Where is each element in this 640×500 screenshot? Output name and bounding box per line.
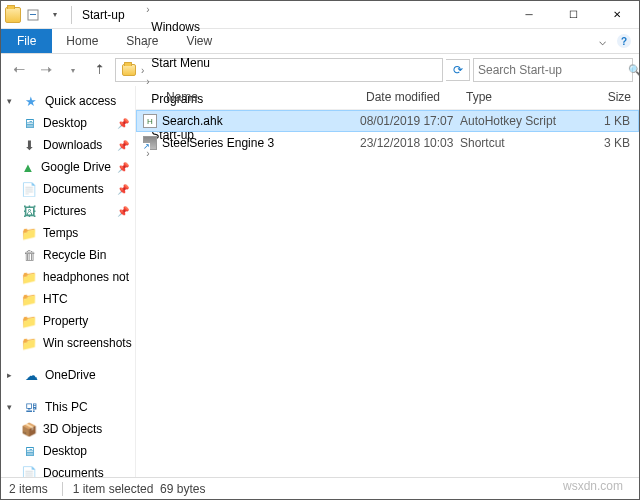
- status-item-count: 2 items: [9, 482, 48, 496]
- column-headers: Name Date modified Type Size: [136, 86, 639, 110]
- file-name: Search.ahk: [162, 114, 360, 128]
- folder-icon: 📄: [21, 181, 37, 197]
- sidebar-item[interactable]: 🖥Desktop📌: [1, 112, 135, 134]
- folder-icon: ▲: [21, 159, 35, 175]
- ribbon-home-tab[interactable]: Home: [52, 29, 112, 53]
- folder-icon: 📦: [21, 421, 37, 437]
- status-bar: 2 items 1 item selected 69 bytes: [1, 477, 639, 499]
- sidebar-item[interactable]: 📁Property: [1, 310, 135, 332]
- app-icon[interactable]: [5, 7, 21, 23]
- folder-icon: 🖼: [21, 203, 37, 219]
- help-icon[interactable]: ?: [617, 34, 631, 48]
- column-type[interactable]: Type: [460, 86, 578, 109]
- breadcrumb-icon: [122, 64, 136, 76]
- sidebar-quick-access[interactable]: ▾★Quick access: [1, 90, 135, 112]
- close-button[interactable]: ✕: [595, 1, 639, 29]
- sidebar-item[interactable]: ▲Google Drive📌: [1, 156, 135, 178]
- qat-dropdown-icon[interactable]: ▾: [45, 5, 65, 25]
- ribbon-file-tab[interactable]: File: [1, 29, 52, 53]
- search-input[interactable]: [478, 63, 628, 77]
- pin-icon: 📌: [117, 162, 129, 173]
- maximize-button[interactable]: ☐: [551, 1, 595, 29]
- star-icon: ★: [23, 93, 39, 109]
- chevron-down-icon[interactable]: ▾: [7, 96, 17, 106]
- pin-icon: 📌: [117, 118, 129, 129]
- breadcrumb-item[interactable]: Microsoft: [145, 0, 216, 2]
- column-size[interactable]: Size: [578, 86, 638, 109]
- folder-icon: 📁: [21, 335, 37, 351]
- pin-icon: 📌: [117, 184, 129, 195]
- pin-icon: 📌: [117, 206, 129, 217]
- quick-access-toolbar: ▾ Start-up: [1, 5, 129, 25]
- minimize-button[interactable]: ─: [507, 1, 551, 29]
- sidebar-item[interactable]: 🖥Desktop: [1, 440, 135, 462]
- address-bar: 🠐 🠒 ▾ 🠑 › Microsoft›Windows›Start Menu›P…: [1, 54, 639, 86]
- folder-icon: 📁: [21, 269, 37, 285]
- column-name[interactable]: Name: [160, 86, 360, 109]
- search-box[interactable]: 🔍: [473, 58, 633, 82]
- pc-icon: 🖳: [23, 399, 39, 415]
- sidebar-item[interactable]: 📁headphones not: [1, 266, 135, 288]
- sidebar-item[interactable]: 📁Win screenshots: [1, 332, 135, 354]
- sidebar-item[interactable]: 📄Documents: [1, 462, 135, 478]
- breadcrumb-item[interactable]: Windows: [145, 16, 216, 38]
- nav-up-button[interactable]: 🠑: [88, 58, 112, 82]
- folder-icon: 🖥: [21, 443, 37, 459]
- folder-icon: ⬇: [21, 137, 37, 153]
- folder-icon: 📁: [21, 225, 37, 241]
- separator: [71, 6, 72, 24]
- file-date: 23/12/2018 10:03: [360, 136, 460, 150]
- folder-icon: 📁: [21, 291, 37, 307]
- breadcrumb[interactable]: › Microsoft›Windows›Start Menu›Programs›…: [115, 58, 443, 82]
- folder-icon: 🖥: [21, 115, 37, 131]
- navigation-pane[interactable]: ▾★Quick access 🖥Desktop📌⬇Downloads📌▲Goog…: [1, 86, 135, 478]
- qat-properties-button[interactable]: [23, 5, 43, 25]
- window-title: Start-up: [82, 8, 125, 22]
- nav-back-button[interactable]: 🠐: [7, 58, 31, 82]
- chevron-down-icon[interactable]: ▾: [7, 402, 17, 412]
- window-controls: ─ ☐ ✕: [507, 1, 639, 29]
- sidebar-item[interactable]: 🖼Pictures📌: [1, 200, 135, 222]
- file-size: 1 KB: [578, 114, 638, 128]
- ribbon-expand-icon[interactable]: ⌵: [591, 29, 613, 53]
- chevron-right-icon[interactable]: ›: [145, 40, 150, 51]
- breadcrumb-item[interactable]: Start Menu: [145, 52, 216, 74]
- chevron-right-icon[interactable]: ›: [145, 4, 150, 15]
- file-list: Name Date modified Type Size HSearch.ahk…: [135, 86, 639, 478]
- shortcut-icon: [143, 136, 157, 150]
- file-date: 08/01/2019 17:07: [360, 114, 460, 128]
- status-selection: 1 item selected 69 bytes: [62, 482, 206, 496]
- sidebar-item[interactable]: 📦3D Objects: [1, 418, 135, 440]
- folder-icon: 🗑: [21, 247, 37, 263]
- main-area: ▾★Quick access 🖥Desktop📌⬇Downloads📌▲Goog…: [1, 86, 639, 478]
- sidebar-item[interactable]: 🗑Recycle Bin: [1, 244, 135, 266]
- file-type: Shortcut: [460, 136, 578, 150]
- sidebar-item[interactable]: ⬇Downloads📌: [1, 134, 135, 156]
- file-name: SteelSeries Engine 3: [162, 136, 360, 150]
- nav-recent-dropdown[interactable]: ▾: [61, 58, 85, 82]
- sidebar-onedrive[interactable]: ▸☁OneDrive: [1, 364, 135, 386]
- ahk-file-icon: H: [143, 114, 157, 128]
- file-type: AutoHotkey Script: [460, 114, 578, 128]
- pin-icon: 📌: [117, 140, 129, 151]
- file-row[interactable]: SteelSeries Engine 323/12/2018 10:03Shor…: [136, 132, 639, 154]
- onedrive-icon: ☁: [23, 367, 39, 383]
- file-row[interactable]: HSearch.ahk08/01/2019 17:07AutoHotkey Sc…: [136, 110, 639, 132]
- titlebar: ▾ Start-up ─ ☐ ✕: [1, 1, 639, 29]
- folder-icon: 📁: [21, 313, 37, 329]
- sidebar-item[interactable]: 📄Documents📌: [1, 178, 135, 200]
- ribbon: File Home Share View ⌵ ?: [1, 29, 639, 54]
- chevron-right-icon[interactable]: ▸: [7, 370, 17, 380]
- file-size: 3 KB: [578, 136, 638, 150]
- search-icon[interactable]: 🔍: [628, 64, 640, 77]
- sidebar-item[interactable]: 📁HTC: [1, 288, 135, 310]
- refresh-button[interactable]: ⟳: [446, 59, 470, 81]
- nav-forward-button: 🠒: [34, 58, 58, 82]
- sidebar-this-pc[interactable]: ▾🖳This PC: [1, 396, 135, 418]
- column-date[interactable]: Date modified: [360, 86, 460, 109]
- svg-rect-1: [30, 14, 36, 15]
- sidebar-item[interactable]: 📁Temps: [1, 222, 135, 244]
